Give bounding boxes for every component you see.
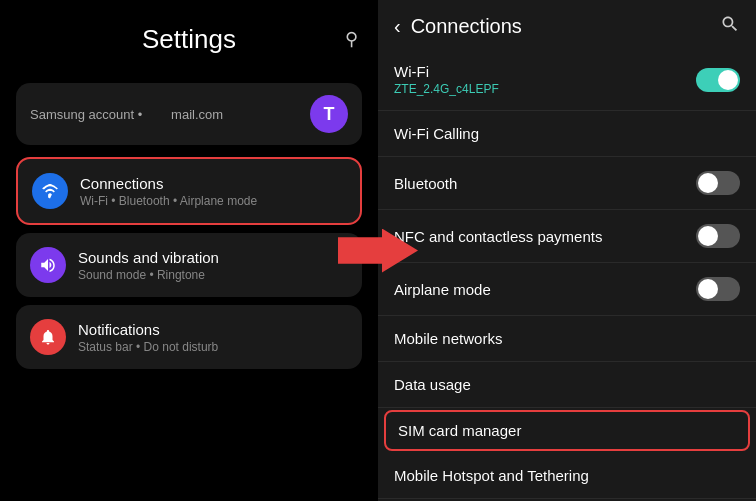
conn-item-wifi-calling[interactable]: Wi-Fi Calling [378, 111, 756, 157]
wifi-sub: ZTE_2.4G_c4LEPF [394, 82, 499, 96]
sound-icon [30, 247, 66, 283]
notif-icon [30, 319, 66, 355]
conn-item-airplane[interactable]: Airplane mode [378, 263, 756, 316]
sounds-subtitle: Sound mode • Ringtone [78, 268, 219, 282]
wifi-icon [32, 173, 68, 209]
header-search-icon[interactable] [720, 14, 740, 39]
data-usage-name: Data usage [394, 376, 471, 393]
wifi-name: Wi-Fi [394, 63, 499, 80]
sim-manager-name: SIM card manager [398, 422, 521, 439]
nfc-text: NFC and contactless payments [394, 228, 602, 245]
sounds-text: Sounds and vibration Sound mode • Ringto… [78, 249, 219, 282]
wifi-text: Wi-Fi ZTE_2.4G_c4LEPF [394, 63, 499, 96]
connections-text: Connections Wi-Fi • Bluetooth • Airplane… [80, 175, 257, 208]
airplane-text: Airplane mode [394, 281, 491, 298]
hotspot-text: Mobile Hotspot and Tethering [394, 467, 589, 484]
sidebar-item-notifications[interactable]: Notifications Status bar • Do not distur… [16, 305, 362, 369]
account-text: Samsung account • mail.com [30, 107, 310, 122]
connections-title: Connections [80, 175, 257, 192]
avatar: T [310, 95, 348, 133]
notifications-text: Notifications Status bar • Do not distur… [78, 321, 218, 354]
data-usage-text: Data usage [394, 376, 471, 393]
wifi-calling-text: Wi-Fi Calling [394, 125, 479, 142]
wifi-toggle[interactable] [696, 68, 740, 92]
bluetooth-name: Bluetooth [394, 175, 457, 192]
back-button[interactable]: ‹ [394, 15, 401, 38]
conn-item-sim-manager[interactable]: SIM card manager [384, 410, 750, 451]
account-row[interactable]: Samsung account • mail.com T [16, 83, 362, 145]
mobile-networks-text: Mobile networks [394, 330, 502, 347]
right-panel: ‹ Connections Wi-Fi ZTE_2.4G_c4LEPF Wi-F… [378, 0, 756, 501]
search-icon[interactable]: ⚲ [345, 28, 358, 50]
wifi-calling-name: Wi-Fi Calling [394, 125, 479, 142]
conn-item-wifi[interactable]: Wi-Fi ZTE_2.4G_c4LEPF [378, 49, 756, 111]
sounds-title: Sounds and vibration [78, 249, 219, 266]
settings-title: Settings [142, 24, 236, 55]
conn-item-hotspot[interactable]: Mobile Hotspot and Tethering [378, 453, 756, 499]
left-panel: Settings ⚲ Samsung account • mail.com T … [0, 0, 378, 501]
sidebar-item-connections[interactable]: Connections Wi-Fi • Bluetooth • Airplane… [16, 157, 362, 225]
sidebar-item-sounds[interactable]: Sounds and vibration Sound mode • Ringto… [16, 233, 362, 297]
conn-item-data-usage[interactable]: Data usage [378, 362, 756, 408]
nfc-toggle[interactable] [696, 224, 740, 248]
airplane-toggle[interactable] [696, 277, 740, 301]
sim-manager-text: SIM card manager [398, 422, 521, 439]
connections-list: Wi-Fi ZTE_2.4G_c4LEPF Wi-Fi Calling Blue… [378, 49, 756, 501]
bluetooth-toggle[interactable] [696, 171, 740, 195]
page-title: Connections [411, 15, 522, 38]
bluetooth-text: Bluetooth [394, 175, 457, 192]
notifications-title: Notifications [78, 321, 218, 338]
header-left: ‹ Connections [394, 15, 522, 38]
hotspot-name: Mobile Hotspot and Tethering [394, 467, 589, 484]
conn-item-nfc[interactable]: NFC and contactless payments [378, 210, 756, 263]
connections-header: ‹ Connections [378, 0, 756, 49]
conn-item-mobile-networks[interactable]: Mobile networks [378, 316, 756, 362]
connections-subtitle: Wi-Fi • Bluetooth • Airplane mode [80, 194, 257, 208]
mobile-networks-name: Mobile networks [394, 330, 502, 347]
notifications-subtitle: Status bar • Do not disturb [78, 340, 218, 354]
airplane-name: Airplane mode [394, 281, 491, 298]
nfc-name: NFC and contactless payments [394, 228, 602, 245]
conn-item-bluetooth[interactable]: Bluetooth [378, 157, 756, 210]
